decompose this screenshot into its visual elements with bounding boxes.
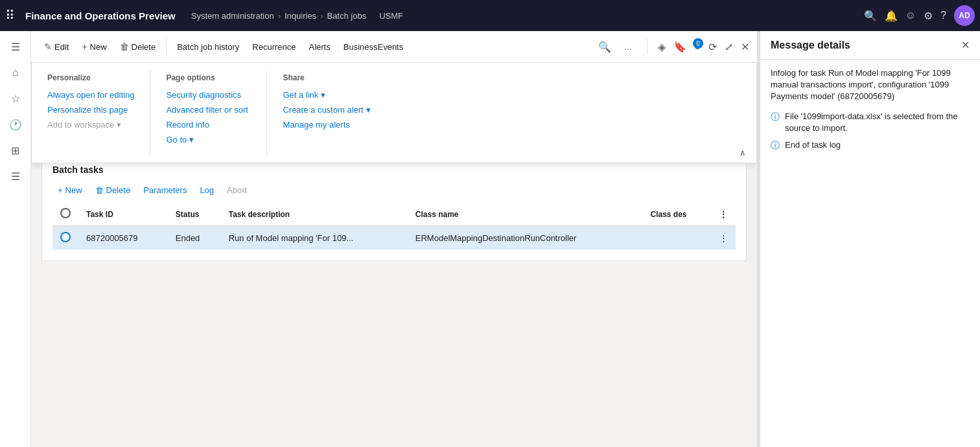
add-to-workspace-item[interactable]: Add to workspace ▾ xyxy=(47,117,134,132)
dropdown-page-options-section: Page options Security diagnostics Advanc… xyxy=(150,71,267,155)
tasks-toolbar: + New 🗑 Delete Parameters Log xyxy=(52,180,736,203)
nav-system-admin[interactable]: System administration xyxy=(191,11,274,21)
panel-info-item-1: ⓘ File '1099import-data.xlsx' is selecte… xyxy=(771,111,970,134)
search-icon[interactable]: 🔍 xyxy=(864,10,877,22)
row-check[interactable] xyxy=(52,226,78,250)
nav-env: USMF xyxy=(379,11,403,21)
col-check xyxy=(52,203,78,226)
panel-info-icon-2: ⓘ xyxy=(771,140,780,152)
table-row[interactable]: 68720005679 Ended Run of Model mapping '… xyxy=(52,226,736,250)
sidebar-modules[interactable]: ☰ xyxy=(5,166,26,187)
right-panel: Message details ✕ Infolog for task Run o… xyxy=(760,31,980,447)
dropdown-personalize-section: Personalize Always open for editing Pers… xyxy=(32,71,150,155)
right-panel-body: Infolog for task Run of Model mapping 'F… xyxy=(760,60,980,447)
right-panel-title: Message details xyxy=(771,40,850,51)
col-class-des: Class des xyxy=(642,203,712,226)
help-icon[interactable]: ? xyxy=(940,10,946,21)
notifications-badge-container: ● 0 xyxy=(694,41,701,52)
content-area: ✎ Edit + New 🗑 Delete Batch job history … xyxy=(31,31,757,447)
new-button[interactable]: + New xyxy=(76,38,111,56)
nav-batch-jobs[interactable]: Batch jobs xyxy=(327,11,366,21)
user-avatar[interactable]: AD xyxy=(954,5,975,26)
security-diagnostics-item[interactable]: Security diagnostics xyxy=(166,87,251,102)
row-task-id: 68720005679 xyxy=(78,226,168,250)
sidebar-workspaces[interactable]: ⊞ xyxy=(5,140,26,161)
ribbon-sep-2 xyxy=(647,39,648,54)
col-more: ⋮ xyxy=(712,203,736,226)
row-selector[interactable] xyxy=(60,232,71,242)
tasks-delete-button[interactable]: 🗑 Delete xyxy=(90,183,136,198)
select-all-checkbox[interactable] xyxy=(60,208,71,218)
row-more[interactable]: ⋮ xyxy=(712,226,736,250)
go-to-item[interactable]: Go to ▾ xyxy=(166,132,251,147)
ribbon-bar: ✎ Edit + New 🗑 Delete Batch job history … xyxy=(31,31,757,62)
chevron-down-icon: ▾ xyxy=(117,120,121,130)
panel-info-text-1: File '1099import-data.xlsx' is selected … xyxy=(785,111,970,134)
tasks-parameters-button[interactable]: Parameters xyxy=(138,183,192,198)
col-task-desc: Task description xyxy=(221,203,408,226)
panel-info-text-2: End of task log xyxy=(785,139,841,151)
ribbon-search-icon[interactable]: 🔍 xyxy=(598,41,611,53)
left-sidebar: ☰ ⌂ ☆ 🕐 ⊞ ☰ xyxy=(0,31,31,447)
apps-icon[interactable]: ⠿ xyxy=(5,8,15,23)
tasks-log-button[interactable]: Log xyxy=(194,183,219,198)
popout-icon[interactable]: ⤢ xyxy=(725,41,733,53)
breadcrumb: System administration › Inquiries › Batc… xyxy=(191,11,859,21)
bookmark-icon[interactable]: 🔖 xyxy=(673,41,686,53)
record-info-item[interactable]: Record info xyxy=(166,117,251,132)
batch-job-history-button[interactable]: Batch job history xyxy=(172,38,244,56)
row-status: Ended xyxy=(168,226,221,250)
recurrence-button[interactable]: Recurrence xyxy=(247,38,301,56)
panel-summary: Infolog for task Run of Model mapping 'F… xyxy=(771,67,970,103)
diamond-icon[interactable]: ◈ xyxy=(658,41,666,53)
emoji-icon[interactable]: ☺ xyxy=(905,10,916,21)
right-panel-close[interactable]: ✕ xyxy=(961,39,970,51)
panel-info-icon-1: ⓘ xyxy=(771,111,780,123)
breadcrumb-sep-2: › xyxy=(320,11,323,21)
sidebar-home[interactable]: ⌂ xyxy=(5,62,26,83)
ribbon-container: ✎ Edit + New 🗑 Delete Batch job history … xyxy=(31,31,757,63)
nav-inquiries[interactable]: Inquiries xyxy=(285,11,316,21)
notifications-icon[interactable]: 🔔 xyxy=(885,10,898,22)
always-open-editing-item[interactable]: Always open for editing xyxy=(47,87,134,102)
resize-handle[interactable] xyxy=(757,31,760,447)
tasks-abort-button[interactable]: Abort xyxy=(222,183,252,198)
dropdown-collapse-btn[interactable]: ∧ xyxy=(740,148,746,157)
sidebar-hamburger[interactable]: ☰ xyxy=(5,36,26,57)
col-task-id: Task ID xyxy=(78,203,168,226)
alert-chevron-icon: ▾ xyxy=(366,105,371,115)
edit-button[interactable]: ✎ Edit xyxy=(39,38,74,56)
sidebar-favorites[interactable]: ☆ xyxy=(5,88,26,109)
manage-alerts-item[interactable]: Manage my alerts xyxy=(283,117,370,132)
main-layout: ☰ ⌂ ☆ 🕐 ⊞ ☰ ✎ Edit + New 🗑 Delete xyxy=(0,31,980,447)
batch-tasks-area: Batch tasks + New 🗑 Delete Parameters xyxy=(42,157,746,260)
top-bar-right: 🔍 🔔 ☺ ⚙ ? AD xyxy=(864,5,975,26)
row-class-des xyxy=(642,226,712,250)
custom-alert-item[interactable]: Create a custom alert ▾ xyxy=(283,102,370,117)
personalize-page-item[interactable]: Personalize this page xyxy=(47,102,134,117)
refresh-icon[interactable]: ⟳ xyxy=(708,41,717,53)
top-nav-bar: ⠿ Finance and Operations Preview System … xyxy=(0,0,980,31)
ribbon-sep-1 xyxy=(166,39,167,54)
right-panel-header: Message details ✕ xyxy=(760,31,980,60)
sidebar-recent[interactable]: 🕐 xyxy=(5,114,26,135)
settings-icon[interactable]: ⚙ xyxy=(924,10,933,22)
close-page-icon[interactable]: ✕ xyxy=(741,41,749,53)
edit-icon: ✎ xyxy=(44,41,52,52)
business-events-button[interactable]: BusinessEvents xyxy=(338,38,409,56)
more-button[interactable]: ... xyxy=(619,38,636,56)
row-class-name: ERModelMappingDestinationRunController xyxy=(408,226,643,250)
col-status: Status xyxy=(168,203,221,226)
col-class-name: Class name xyxy=(408,203,643,226)
dropdown-share-section: Share Get a link ▾ Create a custom alert… xyxy=(267,71,386,155)
tasks-new-icon: + xyxy=(58,185,63,195)
goto-chevron-icon: ▾ xyxy=(189,135,194,144)
alerts-button[interactable]: Alerts xyxy=(304,38,336,56)
new-plus-icon: + xyxy=(82,41,87,52)
advanced-filter-item[interactable]: Advanced filter or sort xyxy=(166,102,251,117)
toolbar-right: 🔍 ... ◈ 🔖 ● 0 ⟳ ⤢ ✕ xyxy=(598,38,749,56)
get-link-item[interactable]: Get a link ▾ xyxy=(283,87,370,102)
delete-button[interactable]: 🗑 Delete xyxy=(115,38,161,56)
delete-icon: 🗑 xyxy=(120,41,129,52)
tasks-new-button[interactable]: + New xyxy=(52,183,88,198)
